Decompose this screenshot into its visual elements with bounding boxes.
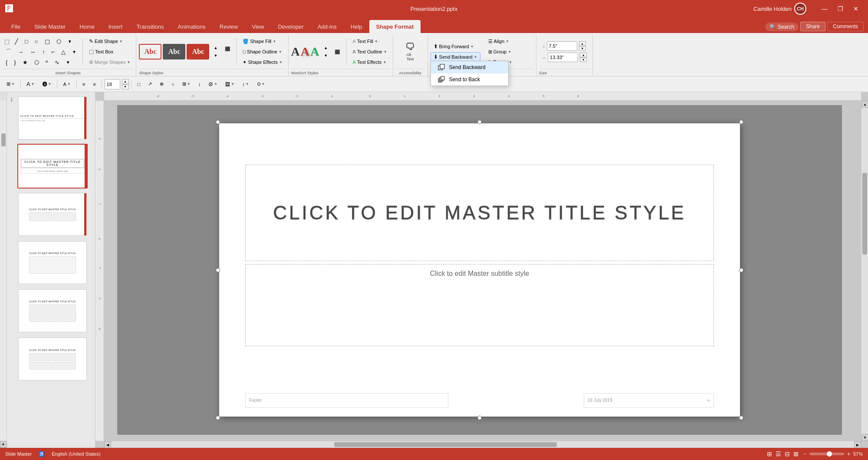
send-to-back-item[interactable]: Send to Back bbox=[431, 73, 508, 86]
shape-effects-button[interactable]: ✦ Shape Effects ▼ bbox=[240, 57, 285, 67]
handle-tl[interactable] bbox=[216, 120, 220, 124]
shape-line-btn[interactable]: ╱ bbox=[12, 36, 21, 46]
font-size-input[interactable] bbox=[105, 79, 120, 89]
fmt-arrow-btn[interactable]: ↗ bbox=[145, 79, 155, 90]
search-box[interactable]: 🔍Search bbox=[765, 23, 799, 31]
shape-rect-btn[interactable]: □ bbox=[22, 36, 31, 46]
fmt-text-color-btn[interactable]: A▼ bbox=[60, 79, 73, 90]
tab-animations[interactable]: Animations bbox=[171, 20, 213, 33]
width-up[interactable]: ▲ bbox=[580, 53, 587, 57]
restore-button[interactable]: ❐ bbox=[833, 3, 847, 15]
shape-style-gray[interactable]: Abc bbox=[163, 44, 185, 60]
slide-footer-left[interactable]: Footer bbox=[245, 393, 448, 408]
shape-star-btn[interactable]: ★ bbox=[20, 57, 31, 67]
view-reading-btn[interactable]: ⊠ bbox=[793, 450, 799, 457]
fmt-oval-btn[interactable]: ○ bbox=[168, 79, 178, 90]
handle-mr[interactable] bbox=[739, 268, 743, 272]
text-outline-button[interactable]: A Text Outline ▼ bbox=[349, 47, 390, 56]
shape-fill-button[interactable]: 🪣 Shape Fill ▼ bbox=[240, 36, 285, 46]
panel-scroll-down[interactable]: ▼ bbox=[0, 441, 7, 448]
width-down[interactable]: ▼ bbox=[580, 57, 587, 62]
shape-hexs-btn[interactable]: ⬡ bbox=[31, 57, 42, 67]
share-button[interactable]: Share bbox=[800, 22, 825, 31]
handle-tr[interactable] bbox=[739, 120, 743, 124]
font-size-down[interactable]: ▼ bbox=[122, 84, 129, 89]
wordart-scroll-down[interactable]: ▼ bbox=[321, 52, 331, 60]
text-fill-button[interactable]: A Text Fill ▼ bbox=[349, 36, 390, 46]
zoom-in-btn[interactable]: ＋ bbox=[846, 450, 852, 458]
tab-shape-format[interactable]: Shape Format bbox=[369, 20, 421, 33]
fmt-color-btn[interactable]: 🅐▼ bbox=[39, 79, 55, 90]
shape-caret-btn[interactable]: ^ bbox=[43, 57, 51, 67]
slide-thumb-6[interactable]: CLICK TO EDIT MASTER TITLE STYLE bbox=[17, 337, 88, 381]
shape-wave-btn[interactable]: ∿ bbox=[52, 57, 62, 67]
height-input[interactable] bbox=[547, 41, 577, 51]
handle-br[interactable] bbox=[739, 416, 743, 420]
shape-rrect-btn[interactable]: ▢ bbox=[42, 36, 53, 46]
merge-shapes-button[interactable]: ⊕ Merge Shapes ▼ bbox=[86, 57, 133, 67]
tab-view[interactable]: View bbox=[245, 20, 271, 33]
minimize-button[interactable]: — bbox=[818, 3, 832, 15]
fmt-align-right[interactable]: ≡ bbox=[90, 79, 99, 90]
handle-bl[interactable] bbox=[216, 416, 220, 420]
tab-transitions[interactable]: Transitions bbox=[129, 20, 171, 33]
edit-shape-button[interactable]: ✎ Edit Shape ▼ bbox=[86, 36, 133, 46]
text-effects-button[interactable]: A Text Effects ▼ bbox=[349, 57, 390, 67]
canvas-scroll-left[interactable]: ◀ bbox=[104, 441, 111, 448]
shape-expand2-btn[interactable]: ▼ bbox=[69, 47, 79, 56]
fmt-align-left[interactable]: ≡ bbox=[79, 79, 88, 90]
slide-thumb-5[interactable]: CLICK TO EDIT MASTER TITLE STYLE bbox=[17, 288, 88, 333]
user-avatar[interactable]: CH bbox=[794, 3, 806, 15]
slide-thumb-4[interactable]: CLICK TO EDIT MASTER TITLE STYLE bbox=[17, 240, 88, 285]
fmt-pos-btn[interactable]: ↕▼ bbox=[239, 79, 252, 90]
text-box-button[interactable]: ⬚ Text Box bbox=[86, 47, 133, 56]
slide-thumb-2[interactable]: CLICK TO EDIT MASTER TITLE STYLE Click t… bbox=[17, 144, 88, 189]
fmt-align2-btn[interactable]: ⊙▼ bbox=[254, 79, 268, 90]
zoom-slider-thumb[interactable] bbox=[827, 451, 832, 457]
height-up[interactable]: ▲ bbox=[579, 41, 586, 46]
shape-brace-btn[interactable]: { bbox=[3, 57, 10, 67]
slide-canvas[interactable]: CLICK TO EDIT MASTER TITLE STYLE Click t… bbox=[219, 123, 740, 417]
handle-ml[interactable] bbox=[216, 268, 220, 272]
style-expand-btn[interactable]: ⬛ bbox=[222, 44, 233, 53]
alt-text-button[interactable]: 🗨 AltText bbox=[402, 40, 418, 64]
style-scroll-up[interactable]: ▲ bbox=[210, 44, 220, 52]
fmt-crosshair-btn[interactable]: ⊕ bbox=[157, 79, 167, 90]
slide-subtitle-box[interactable]: Click to edit Master subtitle style bbox=[245, 264, 714, 346]
shape-expand-btn[interactable]: ▼ bbox=[65, 36, 75, 46]
tab-file[interactable]: File bbox=[4, 20, 27, 33]
tab-developer[interactable]: Developer bbox=[271, 20, 310, 33]
comments-button[interactable]: Comments bbox=[827, 22, 864, 31]
canvas-scroll-down[interactable]: ▼ bbox=[861, 434, 868, 441]
height-down[interactable]: ▼ bbox=[579, 46, 586, 51]
send-backward-item[interactable]: Send Backward bbox=[431, 61, 508, 73]
fmt-arrange-btn[interactable]: ⊞▼ bbox=[3, 79, 18, 90]
width-input[interactable] bbox=[548, 53, 578, 62]
tab-home[interactable]: Home bbox=[72, 20, 102, 33]
bring-forward-button[interactable]: ⬆ Bring Forward ▼ bbox=[431, 42, 480, 51]
tab-help[interactable]: Help bbox=[344, 20, 369, 33]
slide-thumb-3[interactable]: CLICK TO EDIT MASTER TITLE STYLE bbox=[17, 192, 88, 237]
send-backward-button[interactable]: ⬇ Send Backward ▼ bbox=[431, 52, 480, 62]
view-normal-btn[interactable]: ⊞ bbox=[767, 450, 772, 457]
wordart-scroll-up[interactable]: ▲ bbox=[321, 44, 331, 52]
slide-title-box[interactable]: CLICK TO EDIT MASTER TITLE STYLE bbox=[245, 165, 714, 261]
shape-brace2-btn[interactable]: } bbox=[11, 57, 19, 67]
fmt-vert-btn[interactable]: ↕ bbox=[195, 79, 204, 90]
group-button[interactable]: ⊞ Group ▼ bbox=[485, 47, 515, 56]
shape-more-btn[interactable]: ⬡ bbox=[53, 36, 64, 46]
slide-thumb-1[interactable]: CLICK TO EDIT MASTER TITLE STYLE Click t… bbox=[17, 96, 88, 140]
view-outline-btn[interactable]: ☰ bbox=[776, 450, 781, 457]
tab-add-ins[interactable]: Add-ins bbox=[311, 20, 344, 33]
tab-insert[interactable]: Insert bbox=[102, 20, 130, 33]
shape-tri-btn[interactable]: △ bbox=[58, 47, 69, 56]
tab-review[interactable]: Review bbox=[213, 20, 245, 33]
zoom-out-btn[interactable]: － bbox=[802, 450, 808, 458]
canvas-scroll-right[interactable]: ▶ bbox=[854, 441, 861, 448]
shape-arrow-btn[interactable]: → bbox=[15, 47, 26, 56]
shape-expand3-btn[interactable]: ▼ bbox=[63, 57, 73, 67]
handle-tc[interactable] bbox=[477, 120, 482, 124]
slide-footer-right[interactable]: 19 July 2019 ∞ bbox=[584, 393, 714, 408]
fmt-rect-btn[interactable]: □ bbox=[135, 79, 144, 90]
shape-dbl-arrow-btn[interactable]: ↔ bbox=[27, 47, 39, 56]
